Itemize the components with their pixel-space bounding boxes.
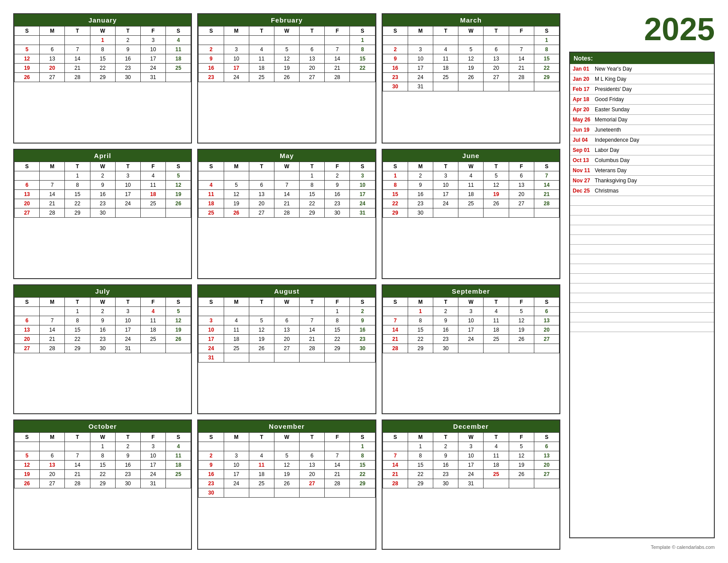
day-header: T [249, 26, 274, 36]
calendar-day: 7 [65, 45, 90, 54]
calendar-day: 2 [90, 171, 115, 180]
calendar-day: 22 [350, 64, 375, 73]
calendar-day: 26 [458, 73, 484, 82]
holidays-list: Jan 01New Year's DayJan 20M L King DayFe… [570, 64, 714, 332]
calendar-day [433, 208, 458, 217]
calendar-day [274, 442, 299, 451]
calendar-day: 11 [224, 325, 249, 334]
month-header-february: February [198, 14, 375, 26]
calendar-day [40, 36, 65, 45]
calendar-day: 27 [15, 344, 40, 353]
day-header: W [274, 162, 299, 171]
calendar-day: 13 [15, 189, 40, 199]
calendar-day: 2 [350, 306, 375, 316]
day-header: M [224, 162, 249, 171]
calendar-day: 1 [65, 171, 90, 180]
day-header: W [90, 297, 115, 306]
calendar-day [509, 208, 534, 217]
calendar-day: 25 [166, 470, 191, 479]
day-header: S [534, 162, 559, 171]
calendar-day: 22 [408, 334, 433, 344]
day-header: W [274, 297, 299, 306]
calendar-day: 26 [509, 334, 534, 344]
calendar-day: 27 [274, 344, 299, 353]
day-header: M [408, 162, 433, 171]
calendar-day: 15 [325, 325, 350, 334]
calendar-day: 16 [350, 325, 375, 334]
calendar-day [140, 208, 165, 217]
calendar-day: 30 [433, 344, 458, 353]
calendar-day: 10 [140, 45, 165, 54]
calendar-day: 19 [484, 189, 509, 199]
calendar-day: 18 [484, 325, 509, 334]
calendar-day [274, 36, 299, 45]
day-header: T [249, 162, 274, 171]
calendar-day [350, 353, 375, 362]
calendar-day: 17 [115, 189, 140, 199]
calendar-day: 23 [408, 199, 433, 208]
calendar-day: 4 [433, 45, 458, 54]
calendar-day [40, 442, 65, 451]
calendar-day: 9 [115, 45, 140, 54]
calendar-day: 15 [383, 189, 408, 199]
calendar-day: 27 [484, 73, 509, 82]
calendar-day: 9 [199, 54, 224, 64]
calendar-day: 21 [509, 64, 534, 73]
calendar-day: 8 [90, 45, 115, 54]
calendar-day: 17 [224, 470, 249, 479]
day-header: S [199, 162, 224, 171]
calendar-day: 3 [115, 171, 140, 180]
calendar-day [15, 306, 40, 316]
calendar-day [166, 208, 191, 217]
calendar-day: 13 [534, 316, 559, 325]
holiday-date: Apr 18 [573, 96, 595, 102]
holiday-name: Good Friday [595, 96, 624, 102]
calendar-day: 4 [199, 180, 224, 189]
month-header-august: August [198, 285, 375, 297]
calendar-day: 5 [274, 451, 299, 461]
calendar-day: 12 [166, 316, 191, 325]
calendar-day: 12 [458, 54, 484, 64]
calendar-day: 2 [383, 45, 408, 54]
holiday-name: New Year's Day [595, 66, 632, 72]
calendar-day: 4 [224, 316, 249, 325]
calendar-day: 7 [509, 45, 534, 54]
calendar-day: 3 [140, 36, 165, 45]
day-header: M [408, 433, 433, 442]
calendar-day: 7 [383, 316, 408, 325]
calendar-day: 27 [534, 334, 559, 344]
calendar-day: 27 [40, 479, 65, 488]
day-header: M [40, 26, 65, 36]
calendar-day [199, 442, 224, 451]
calendar-day: 13 [40, 461, 65, 470]
calendar-august: AugustSMTWTFS123456789101112131415161718… [197, 284, 376, 415]
calendar-day: 17 [458, 461, 484, 470]
calendar-day [40, 306, 65, 316]
calendar-day: 28 [40, 208, 65, 217]
calendar-day [534, 82, 559, 91]
calendar-day [509, 82, 534, 91]
day-header: S [383, 297, 408, 306]
calendar-day: 20 [534, 461, 559, 470]
calendar-march: MarchSMTWTFS1234567891011121314151617181… [382, 13, 560, 144]
calendar-day: 18 [249, 64, 274, 73]
day-header: T [65, 26, 90, 36]
calendar-day: 26 [15, 479, 40, 488]
calendar-april: AprilSMTWTFS1234567891011121314151617181… [13, 149, 192, 279]
calendar-day: 9 [408, 180, 433, 189]
day-header: S [15, 162, 40, 171]
calendar-day: 23 [115, 64, 140, 73]
calendar-day: 22 [90, 64, 115, 73]
day-header: S [350, 297, 375, 306]
calendar-day: 31 [199, 353, 224, 362]
calendar-day: 6 [300, 451, 325, 461]
calendar-day: 27 [249, 208, 274, 217]
month-header-june: June [383, 150, 559, 162]
calendar-day: 26 [224, 208, 249, 217]
calendar-day: 29 [65, 208, 90, 217]
calendar-day: 30 [90, 208, 115, 217]
calendar-day: 26 [15, 73, 40, 82]
calendar-day: 1 [534, 36, 559, 45]
calendar-day: 28 [383, 479, 408, 488]
calendar-day: 17 [408, 64, 433, 73]
